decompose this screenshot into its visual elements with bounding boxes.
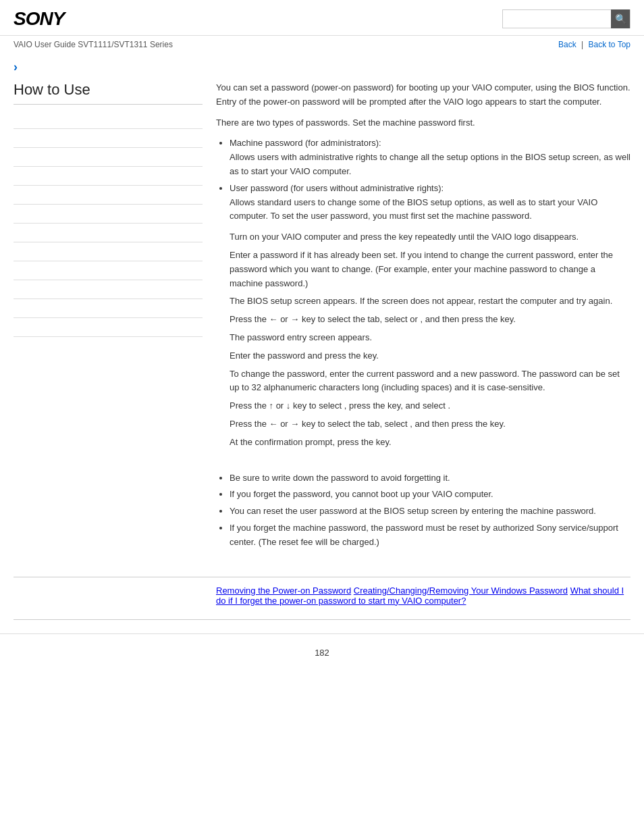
sidebar-item-10[interactable] (14, 280, 203, 299)
nav-separator: | (581, 40, 583, 49)
footer-link-1[interactable]: Removing the Power-on Password (216, 585, 351, 596)
nav-bar: VAIO User Guide SVT1111/SVT1311 Series B… (0, 36, 644, 53)
sidebar-item-3[interactable] (14, 148, 203, 167)
footer-link-2[interactable]: Creating/Changing/Removing Your Windows … (354, 585, 568, 596)
bullet2-body: Allows standard users to change some of … (230, 197, 597, 221)
guide-title: VAIO User Guide SVT1111/SVT1311 Series (14, 40, 173, 49)
para2: There are two types of passwords. Set th… (216, 116, 630, 130)
step1: Turn on your VAIO computer and press the… (230, 230, 630, 244)
bullet1-title: Machine password (for administrators): (230, 138, 381, 148)
sidebar-item-9[interactable] (14, 261, 203, 280)
section-divider-bottom (14, 619, 630, 620)
sidebar-title: How to Use (14, 81, 203, 105)
sidebar-item-7[interactable] (14, 224, 203, 242)
back-to-top-label: Back to Top (589, 40, 630, 49)
section-divider (14, 577, 630, 577)
step7: Press the ← or → key to select the tab, … (230, 417, 630, 432)
step8: At the confirmation prompt, press the ke… (230, 436, 630, 450)
breadcrumb-section: › (0, 53, 644, 74)
footer-links: Removing the Power-on Password Creating/… (216, 585, 630, 606)
step2: Enter a password if it has already been … (230, 249, 630, 290)
search-input[interactable] (503, 10, 611, 28)
sidebar: How to Use (14, 81, 203, 556)
sidebar-item-12[interactable] (14, 318, 203, 337)
bullet2: User password (for users without adminis… (230, 182, 630, 224)
search-box: 🔍 (502, 9, 630, 28)
note1: Be sure to write down the password to av… (230, 471, 630, 486)
page-number: 182 (315, 648, 329, 658)
notes-list: Be sure to write down the password to av… (230, 471, 630, 550)
sidebar-item-1[interactable] (14, 110, 203, 129)
password-types-list: Machine password (for administrators): A… (230, 136, 630, 224)
note3: You can reset the user password at the B… (230, 504, 630, 519)
header: SONY 🔍 (0, 0, 644, 36)
content-area: You can set a password (power-on passwor… (216, 81, 630, 556)
page-footer: 182 (0, 633, 644, 671)
notes-section: Be sure to write down the password to av… (216, 461, 630, 550)
sidebar-item-11[interactable] (14, 299, 203, 318)
bullet1-body: Allows users with administrative rights … (230, 152, 630, 176)
back-to-top-link[interactable]: Back to Top (589, 40, 630, 49)
step3: The BIOS setup screen appears. If the sc… (230, 294, 630, 309)
search-button[interactable]: 🔍 (611, 9, 630, 28)
step4: Press the ← or → key to select the tab, … (230, 313, 630, 327)
sidebar-item-2[interactable] (14, 129, 203, 148)
sony-logo: SONY (14, 8, 64, 30)
main-content: How to Use You can set a password (power… (0, 74, 644, 563)
nav-links: Back | Back to Top (558, 40, 630, 49)
sidebar-item-4[interactable] (14, 167, 203, 186)
sidebar-item-8[interactable] (14, 242, 203, 261)
breadcrumb-arrow: › (14, 60, 18, 74)
footer-links-section: Removing the Power-on Password Creating/… (0, 577, 644, 620)
note4: If you forget the machine password, the … (230, 521, 630, 550)
steps-block: Turn on your VAIO computer and press the… (230, 230, 630, 449)
sidebar-item-6[interactable] (14, 205, 203, 224)
step4b: The password entry screen appears. (230, 331, 630, 345)
step5: Enter the password and press the key. (230, 349, 630, 363)
step6: Press the ↑ or ↓ key to select , press t… (230, 399, 630, 413)
sidebar-item-5[interactable] (14, 186, 203, 205)
para1: You can set a password (power-on passwor… (216, 81, 630, 109)
bullet1: Machine password (for administrators): A… (230, 136, 630, 178)
step5b: To change the password, enter the curren… (230, 367, 630, 396)
search-icon: 🔍 (615, 14, 626, 24)
note2: If you forget the password, you cannot b… (230, 488, 630, 502)
bullet2-title: User password (for users without adminis… (230, 183, 444, 193)
back-link[interactable]: Back (558, 40, 576, 49)
